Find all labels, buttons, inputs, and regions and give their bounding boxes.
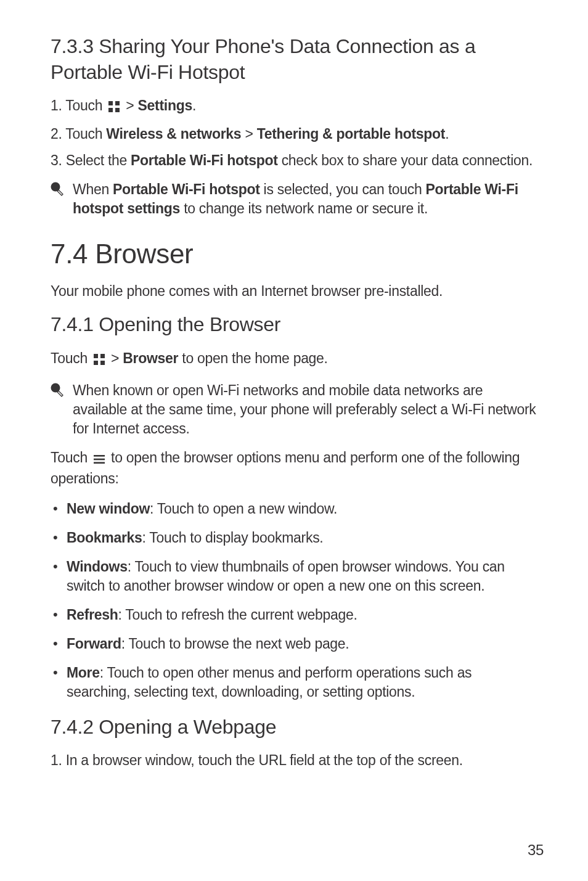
note-741: When known or open Wi-Fi networks and mo… [51, 381, 537, 438]
apps-grid-icon [108, 98, 120, 117]
item-label: Bookmarks [67, 530, 142, 546]
note-text: When Portable Wi-Fi hotspot is selected,… [73, 180, 537, 218]
list-item: Forward: Touch to browse the next web pa… [51, 634, 537, 654]
para-74-intro: Your mobile phone comes with an Internet… [51, 282, 537, 301]
text: > [241, 126, 256, 142]
step-733-3: 3. Select the Portable Wi-Fi hotspot che… [51, 151, 537, 170]
apps-grid-icon [94, 351, 105, 370]
list-item: Windows: Touch to view thumbnails of ope… [51, 557, 537, 596]
svg-rect-10 [94, 455, 105, 457]
list-item: More: Touch to open other menus and perf… [51, 663, 537, 702]
svg-rect-8 [100, 361, 105, 365]
list-item: New window: Touch to open a new window. [51, 499, 537, 518]
svg-rect-3 [115, 108, 120, 112]
tethering-label: Tethering & portable hotspot [257, 126, 446, 142]
item-label: More [67, 665, 100, 681]
menu-icon [94, 450, 105, 469]
text: > [126, 97, 137, 113]
svg-rect-5 [94, 354, 98, 358]
tip-icon [51, 383, 64, 400]
heading-741: 7.4.1 Opening the Browser [51, 312, 537, 338]
item-label: Windows [67, 559, 128, 575]
browser-menu-list: New window: Touch to open a new window. … [51, 499, 537, 702]
item-desc: : Touch to view thumbnails of open brows… [67, 559, 505, 594]
text: check box to share your data connection. [278, 152, 533, 168]
item-desc: : Touch to browse the next web page. [121, 636, 349, 652]
heading-733: 7.3.3 Sharing Your Phone's Data Connecti… [51, 34, 537, 85]
text: to change its network name or secure it. [180, 200, 428, 216]
item-label: New window [67, 501, 150, 517]
text: 3. Select the [51, 152, 131, 168]
tip-icon [51, 182, 64, 199]
item-desc: : Touch to open a new window. [150, 501, 337, 517]
text: Touch [51, 350, 91, 366]
svg-rect-2 [108, 108, 113, 112]
item-label: Refresh [67, 607, 118, 623]
para-741-touch: Touch > Browser to open the home page. [51, 349, 537, 370]
item-desc: : Touch to display bookmarks. [142, 530, 324, 546]
text: to open the browser options menu and per… [51, 449, 520, 486]
document-page: 7.3.3 Sharing Your Phone's Data Connecti… [0, 0, 588, 881]
page-number: 35 [528, 842, 544, 859]
svg-rect-1 [115, 101, 120, 105]
text: Touch [51, 449, 91, 465]
heading-742: 7.4.2 Opening a Webpage [51, 715, 537, 740]
text: When [73, 181, 113, 197]
note-733: When Portable Wi-Fi hotspot is selected,… [51, 180, 537, 218]
para-741-menu: Touch to open the browser options menu a… [51, 448, 537, 488]
svg-rect-0 [108, 101, 113, 105]
text: is selected, you can touch [260, 181, 426, 197]
svg-rect-6 [100, 354, 105, 358]
text: > [111, 350, 123, 366]
step-742-1: 1. In a browser window, touch the URL fi… [51, 751, 537, 770]
svg-rect-12 [94, 462, 105, 464]
text: 1. Touch [51, 97, 106, 113]
item-label: Forward [67, 636, 121, 652]
step-733-2: 2. Touch Wireless & networks > Tethering… [51, 125, 537, 144]
svg-rect-7 [94, 361, 98, 365]
text: . [445, 126, 449, 142]
item-desc: : Touch to refresh the current webpage. [118, 607, 357, 623]
portable-wifi-hotspot-label: Portable Wi-Fi hotspot [113, 181, 260, 197]
heading-74: 7.4 Browser [51, 238, 537, 271]
browser-label: Browser [123, 350, 178, 366]
text: to open the home page. [178, 350, 327, 366]
svg-rect-11 [94, 459, 105, 461]
portable-wifi-hotspot-label: Portable Wi-Fi hotspot [131, 152, 278, 168]
settings-label: Settings [138, 97, 192, 113]
item-desc: : Touch to open other menus and perform … [67, 665, 472, 700]
wireless-networks-label: Wireless & networks [106, 126, 241, 142]
text: 2. Touch [51, 126, 106, 142]
step-733-1: 1. Touch > Settings. [51, 96, 537, 117]
list-item: Refresh: Touch to refresh the current we… [51, 605, 537, 625]
note-text: When known or open Wi-Fi networks and mo… [73, 381, 537, 438]
text: . [192, 97, 196, 113]
list-item: Bookmarks: Touch to display bookmarks. [51, 528, 537, 547]
